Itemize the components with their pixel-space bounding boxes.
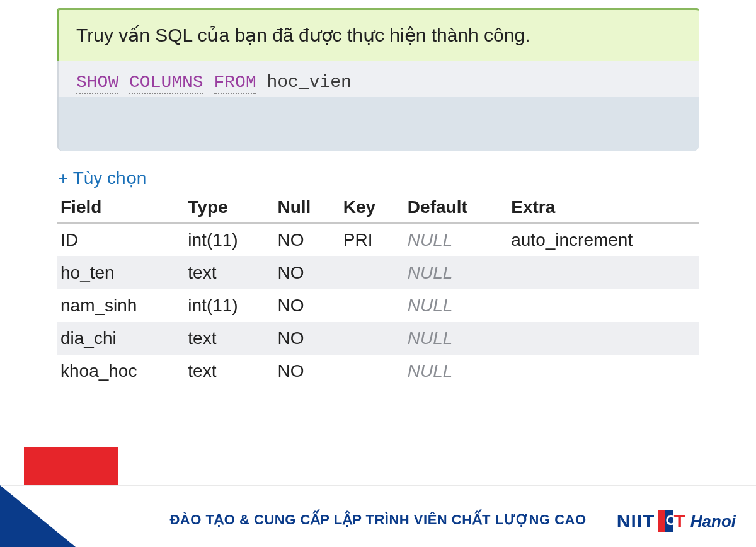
cell-key <box>340 256 404 289</box>
cell-type: int(11) <box>184 289 273 322</box>
table-row: ho_tentextNONULL <box>57 256 699 289</box>
cell-field: dia_chi <box>57 322 184 355</box>
table-row: IDint(11)NOPRINULLauto_increment <box>57 223 699 256</box>
options-toggle[interactable]: + Tùy chọn <box>58 168 146 188</box>
cell-key <box>340 289 404 322</box>
col-field: Field <box>57 192 184 223</box>
cell-extra <box>507 289 699 322</box>
cell-null: NO <box>273 223 339 256</box>
sql-keyword-columns: COLUMNS <box>129 72 203 94</box>
phpmyadmin-result-panel: Truy vấn SQL của bạn đã được thực hiện t… <box>0 0 756 388</box>
brand-ict-mark: T <box>658 510 685 532</box>
cell-extra <box>507 355 699 388</box>
cell-default: NULL <box>404 223 507 256</box>
columns-result-table: Field Type Null Key Default Extra IDint(… <box>57 192 699 388</box>
col-extra: Extra <box>507 192 699 223</box>
success-text: Truy vấn SQL của bạn đã được thực hiện t… <box>76 25 530 45</box>
cell-field: ID <box>57 223 184 256</box>
cell-null: NO <box>273 256 339 289</box>
cell-null: NO <box>273 289 339 322</box>
cell-extra <box>507 256 699 289</box>
cell-field: ho_ten <box>57 256 184 289</box>
cell-key: PRI <box>340 223 404 256</box>
cell-default: NULL <box>404 289 507 322</box>
brand-bar-blue-icon <box>665 510 673 532</box>
cell-key <box>340 322 404 355</box>
cell-field: khoa_hoc <box>57 355 184 388</box>
table-header-row: Field Type Null Key Default Extra <box>57 192 699 223</box>
brand-niit-text: NIIT <box>617 510 655 532</box>
col-default: Default <box>404 192 507 223</box>
cell-type: text <box>184 322 273 355</box>
brand-logo: NIIT T Hanoi <box>617 510 736 532</box>
col-null: Null <box>273 192 339 223</box>
brand-hanoi-text: Hanoi <box>690 512 736 531</box>
sql-query-box: SHOW COLUMNS FROM hoc_vien <box>57 61 699 97</box>
cell-default: NULL <box>404 322 507 355</box>
query-toolbar-placeholder <box>57 97 699 151</box>
table-row: khoa_hoctextNONULL <box>57 355 699 388</box>
col-type: Type <box>184 192 273 223</box>
cell-key <box>340 355 404 388</box>
cell-type: int(11) <box>184 223 273 256</box>
sql-keyword-show: SHOW <box>76 72 118 94</box>
cell-extra <box>507 322 699 355</box>
cell-default: NULL <box>404 355 507 388</box>
cell-type: text <box>184 256 273 289</box>
success-message: Truy vấn SQL của bạn đã được thực hiện t… <box>57 8 699 61</box>
cell-type: text <box>184 355 273 388</box>
table-row: nam_sinhint(11)NONULL <box>57 289 699 322</box>
col-key: Key <box>340 192 404 223</box>
cell-field: nam_sinh <box>57 289 184 322</box>
cell-null: NO <box>273 322 339 355</box>
brand-bar-red-icon <box>658 510 665 532</box>
table-row: dia_chitextNONULL <box>57 322 699 355</box>
cell-extra: auto_increment <box>507 223 699 256</box>
sql-table-name: hoc_vien <box>267 72 352 92</box>
cell-default: NULL <box>404 256 507 289</box>
sql-keyword-from: FROM <box>214 72 256 94</box>
cell-null: NO <box>273 355 339 388</box>
